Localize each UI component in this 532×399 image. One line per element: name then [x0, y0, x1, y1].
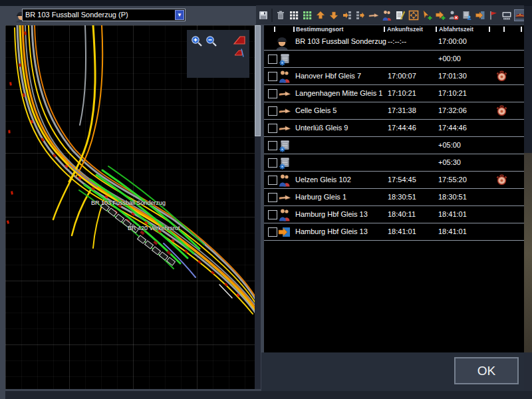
map-scrollbar[interactable] — [255, 25, 261, 389]
row-departure-time: 18:41:01 — [438, 223, 467, 240]
window-bottom-edge — [5, 391, 532, 399]
grid-view-icon[interactable] — [289, 10, 299, 21]
row-arrival-time: 17:00:07 — [388, 68, 416, 84]
add-stop-icon[interactable] — [435, 10, 446, 21]
passengers-icon[interactable] — [382, 10, 392, 21]
move-down-icon[interactable] — [329, 10, 339, 21]
pointing-hand-icon — [278, 104, 291, 118]
row-destination: Hamburg Hbf Gleis 13 — [295, 206, 368, 223]
row-checkbox[interactable] — [268, 106, 277, 116]
timetable-row[interactable]: +05:00 — [264, 137, 524, 154]
row-arrival-time: 17:10:21 — [388, 85, 416, 102]
remove-person-icon[interactable] — [448, 10, 459, 21]
timetable-row[interactable]: Unterlüß Gleis 917:44:4617:44:46 — [264, 120, 524, 137]
track-end-icon[interactable] — [233, 35, 246, 45]
timetable-row[interactable]: Uelzen Gleis 10217:54:4517:55:20 — [264, 172, 524, 189]
row-checkbox[interactable] — [268, 141, 277, 150]
zoom-out-button[interactable] — [205, 35, 218, 48]
row-destination: BR 103 Fussball Sonderzug — [295, 33, 386, 50]
exit-arrow-icon — [278, 225, 291, 239]
row-departure-time: 17:55:20 — [438, 172, 467, 188]
ok-button[interactable]: OK — [454, 357, 519, 384]
row-destination: Langenhagen Mitte Gleis 1 — [295, 85, 382, 102]
map-scrollbar-thumb[interactable] — [255, 25, 261, 136]
row-destination: Hamburg Hbf Gleis 13 — [295, 223, 368, 240]
move-up-icon[interactable] — [315, 10, 326, 21]
row-checkbox[interactable] — [268, 55, 277, 64]
row-departure-time: 17:44:46 — [438, 120, 467, 136]
row-checkbox[interactable] — [268, 158, 277, 168]
row-arrival-time: --:--:-- — [388, 33, 406, 50]
col-arrival: Ankunftszeit — [387, 26, 423, 33]
timetable-row[interactable]: Hamburg Hbf Gleis 1318:41:0118:41:01 — [264, 223, 524, 241]
timetable-row[interactable]: Celle Gleis 517:31:3817:32:06 — [264, 102, 524, 120]
pointing-hand-icon[interactable] — [368, 10, 379, 21]
timetable-row[interactable]: +05:30 — [264, 154, 524, 172]
schedule-gear-icon — [278, 53, 291, 66]
train-selector-dropdown[interactable]: BR 103 Fussball Sonderzug (P) ▼ — [22, 9, 186, 21]
pointing-hand-icon — [278, 122, 291, 135]
timetable-row[interactable]: Harburg Gleis 118:30:5118:30:51 — [264, 189, 524, 206]
passengers-icon — [278, 174, 291, 187]
driver-document-icon[interactable] — [462, 10, 472, 21]
pointing-hand-icon — [278, 191, 291, 204]
row-arrival-time: 17:31:38 — [388, 102, 416, 119]
row-checkbox[interactable] — [268, 89, 277, 98]
row-departure-time: +05:30 — [438, 154, 461, 171]
timetable-row[interactable]: Langenhagen Mitte Gleis 117:10:2117:10:2… — [264, 85, 524, 102]
timetable-row[interactable]: BR 103 Fussball Sonderzug--:--:--17:00:0… — [264, 33, 524, 51]
display-icon[interactable] — [501, 10, 512, 21]
timetable-header: Bestimmungsort Ankunftszeit Abfahrtszeit — [264, 25, 524, 33]
enter-train-icon[interactable] — [475, 10, 485, 21]
row-destination: Hanover Hbf Gleis 7 — [295, 68, 361, 84]
timetable-rows: BR 103 Fussball Sonderzug--:--:--17:00:0… — [264, 33, 524, 241]
timetable-row[interactable]: Hanover Hbf Gleis 717:00:0717:01:30 — [264, 68, 524, 85]
insert-row-icon[interactable] — [342, 10, 352, 21]
track-edit-icon[interactable] — [233, 48, 245, 58]
passengers-icon — [278, 70, 291, 83]
save-icon[interactable] — [258, 10, 269, 21]
row-departure-time: +00:00 — [438, 51, 461, 67]
timetable: Bestimmungsort Ankunftszeit Abfahrtszeit… — [264, 25, 524, 352]
background-scene — [524, 6, 532, 153]
row-checkbox[interactable] — [268, 124, 277, 133]
row-checkbox[interactable] — [268, 193, 277, 202]
extract-row-icon[interactable] — [355, 10, 366, 21]
track-map-canvas — [5, 25, 255, 389]
row-destination: Uelzen Gleis 102 — [295, 172, 351, 188]
row-checkbox[interactable] — [268, 72, 277, 81]
row-destination: Harburg Gleis 1 — [295, 189, 346, 205]
map-train-label: BR 420 Verkehrsrot — [128, 225, 180, 231]
col-destination: Bestimmungsort — [296, 26, 344, 33]
timetable-row[interactable]: +00:00 — [264, 51, 524, 68]
alarm-clock-icon — [495, 104, 508, 117]
delete-icon[interactable] — [275, 10, 286, 21]
driver-icon — [274, 34, 290, 50]
schedule-gear-icon — [278, 139, 291, 152]
edit-schedule-icon[interactable] — [395, 10, 406, 21]
pointing-hand-icon — [278, 87, 291, 100]
row-checkbox[interactable] — [268, 227, 277, 237]
grid-view-green-icon[interactable] — [302, 10, 313, 21]
row-arrival-time: 18:30:51 — [388, 189, 416, 205]
chevron-down-icon[interactable]: ▼ — [175, 10, 184, 20]
expand-all-icon[interactable] — [408, 10, 419, 21]
zoom-in-button[interactable] — [190, 35, 203, 48]
row-departure-time: 18:30:51 — [438, 189, 467, 205]
row-checkbox[interactable] — [268, 210, 277, 219]
train-selector-value: BR 103 Fussball Sonderzug (P) — [25, 11, 128, 19]
timetable-row[interactable]: Hamburg Hbf Gleis 1318:40:1118:41:01 — [264, 206, 524, 223]
alarm-clock-icon — [495, 174, 508, 186]
flag-icon[interactable] — [488, 10, 499, 21]
track-map[interactable]: BR 103 Fussball Sonderzug BR 420 Verkehr… — [5, 25, 255, 389]
row-arrival-time: 18:40:11 — [388, 206, 416, 223]
add-cursor-icon[interactable] — [422, 10, 432, 21]
row-arrival-time: 17:44:46 — [388, 120, 416, 136]
row-departure-time: 17:32:06 — [438, 102, 467, 119]
row-departure-time: 17:00:00 — [438, 33, 467, 50]
map-controls-panel — [187, 30, 249, 78]
toolbar — [256, 5, 524, 25]
row-checkbox[interactable] — [268, 176, 277, 185]
row-departure-time: 18:41:01 — [438, 206, 467, 223]
background-scene — [524, 153, 532, 352]
